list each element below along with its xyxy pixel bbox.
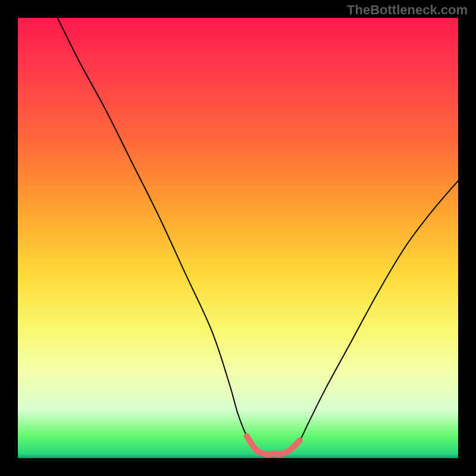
bottleneck-chart: [0, 0, 476, 476]
optimal-zone-line: [247, 436, 300, 454]
watermark-text: TheBottleneck.com: [347, 2, 468, 18]
curve-layer: [0, 0, 476, 476]
bottleneck-curve-line: [58, 18, 458, 454]
